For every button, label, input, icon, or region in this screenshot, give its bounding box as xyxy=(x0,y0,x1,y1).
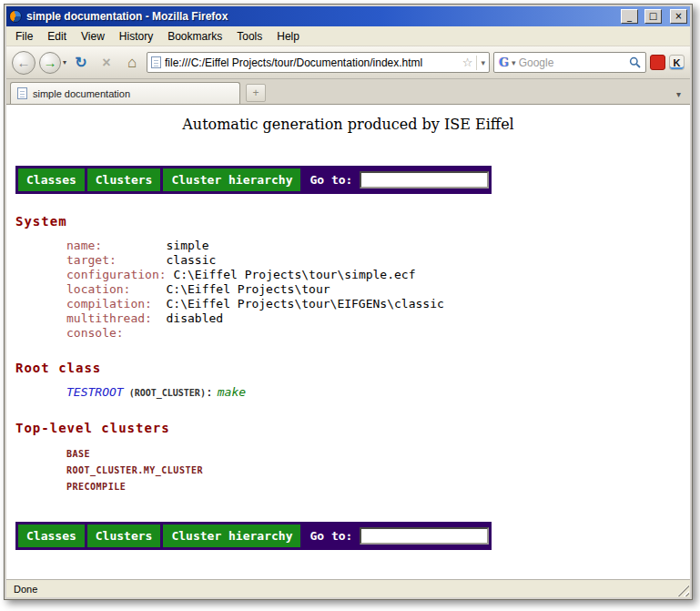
clusters-button-bottom[interactable]: Clusters xyxy=(87,524,161,547)
cluster-item: ROOT_CLUSTER.MY_CLUSTER xyxy=(66,462,690,478)
extension-icon-red[interactable] xyxy=(650,55,665,70)
titlebar[interactable]: simple documentation - Mozilla Firefox _… xyxy=(6,6,690,26)
system-row-value: simple xyxy=(167,239,209,252)
menu-tools[interactable]: Tools xyxy=(229,27,269,46)
firefox-icon xyxy=(9,10,22,23)
clusters-button[interactable]: Clusters xyxy=(87,168,161,191)
root-cluster-link[interactable]: (ROOT_CLUSTER) xyxy=(129,388,206,398)
classes-button-bottom[interactable]: Classes xyxy=(18,524,85,547)
cluster-hierarchy-button-bottom[interactable]: Cluster hierarchy xyxy=(163,524,300,547)
navigation-toolbar: ← → ▾ ↻ × ⌂ ☆ ▾ G ▾ K xyxy=(6,46,690,79)
cluster-link-root-cluster[interactable]: ROOT_CLUSTER.MY_CLUSTER xyxy=(66,465,203,475)
root-separator: : xyxy=(206,385,213,399)
desktop: { "window": { "title": "simple documenta… xyxy=(0,0,700,611)
url-history-dropdown-icon[interactable]: ▾ xyxy=(481,58,485,67)
goto-input[interactable] xyxy=(360,171,489,188)
menu-edit[interactable]: Edit xyxy=(40,27,74,46)
status-text: Done xyxy=(14,584,37,595)
system-heading: System xyxy=(15,214,690,229)
search-engine-dropdown-icon[interactable]: ▾ xyxy=(512,58,516,67)
page-content: Automatic generation produced by ISE Eif… xyxy=(6,105,690,579)
creation-procedure-link[interactable]: make xyxy=(218,385,246,399)
goto-label: Go to: xyxy=(309,173,352,187)
system-row-configuration: configuration:C:\Eiffel Projects\tour\si… xyxy=(66,268,690,282)
tab-bar: simple documentation + ▾ xyxy=(6,79,690,105)
system-row-value: C:\Eiffel Projects\tour\simple.ecf xyxy=(173,268,415,281)
system-row-value: C:\Eiffel Projects\tour\EIFGENs\classic xyxy=(167,297,444,311)
search-box[interactable]: G ▾ xyxy=(493,52,646,73)
system-row-label: multithread: xyxy=(66,311,159,326)
tab-label: simple documentation xyxy=(33,88,130,99)
resize-grip[interactable] xyxy=(677,585,689,596)
page-heading: Automatic generation produced by ISE Eif… xyxy=(6,116,690,133)
menubar: File Edit View History Bookmarks Tools H… xyxy=(6,26,690,46)
clusters-heading: Top-level clusters xyxy=(15,421,690,435)
cluster-hierarchy-button[interactable]: Cluster hierarchy xyxy=(163,168,300,191)
system-row-name: name:simple xyxy=(66,239,690,253)
menu-file[interactable]: File xyxy=(8,27,40,46)
system-row-label: console: xyxy=(66,326,159,341)
stop-button[interactable]: × xyxy=(96,52,117,74)
system-row-target: target:classic xyxy=(66,253,690,268)
menu-bookmarks[interactable]: Bookmarks xyxy=(160,27,229,46)
cluster-item: PRECOMPILE xyxy=(66,478,690,494)
new-tab-button[interactable]: + xyxy=(246,84,266,102)
list-all-tabs-button[interactable]: ▾ xyxy=(671,89,686,99)
google-engine-icon[interactable]: G xyxy=(499,56,509,69)
back-button[interactable]: ← xyxy=(12,51,36,75)
system-row-label: location: xyxy=(66,282,159,297)
search-input[interactable] xyxy=(519,56,626,69)
root-class-line: TESTROOT(ROOT_CLUSTER):make xyxy=(66,385,690,401)
search-icon[interactable] xyxy=(629,56,641,68)
cluster-item: BASE xyxy=(66,445,690,462)
system-row-multithread: multithread:disabled xyxy=(66,311,690,326)
close-button[interactable]: × xyxy=(670,9,687,24)
extension-icon-k[interactable]: K xyxy=(669,55,685,70)
system-row-value: classic xyxy=(167,253,217,267)
bookmark-star-icon[interactable]: ☆ xyxy=(462,56,473,69)
home-button[interactable]: ⌂ xyxy=(121,52,143,74)
system-row-label: name: xyxy=(66,239,159,253)
url-bar[interactable]: ☆ ▾ xyxy=(147,52,490,73)
doc-navbar-bottom: Classes Clusters Cluster hierarchy Go to… xyxy=(15,522,492,550)
goto-input-bottom[interactable] xyxy=(360,527,489,545)
classes-button[interactable]: Classes xyxy=(18,168,85,191)
maximize-button[interactable]: □ xyxy=(644,9,662,24)
system-row-label: target: xyxy=(66,253,159,268)
root-class-heading: Root class xyxy=(15,361,690,375)
refresh-button[interactable]: ↻ xyxy=(70,52,92,74)
system-row-compilation: compilation:C:\Eiffel Projects\tour\EIFG… xyxy=(66,297,690,311)
root-class-link[interactable]: TESTROOT xyxy=(66,385,124,399)
menu-view[interactable]: View xyxy=(74,27,112,46)
urlbar-divider xyxy=(476,56,477,70)
page-favicon xyxy=(151,56,161,68)
url-input[interactable] xyxy=(165,56,459,69)
system-row-label: configuration: xyxy=(66,268,167,282)
minimize-button[interactable]: _ xyxy=(621,9,638,24)
menu-help[interactable]: Help xyxy=(269,27,307,46)
system-row-console: console: xyxy=(66,326,690,341)
tab-page-icon xyxy=(17,87,27,99)
system-row-location: location:C:\Eiffel Projects\tour xyxy=(66,282,690,297)
tab-simple-documentation[interactable]: simple documentation xyxy=(10,82,240,104)
doc-navbar-top: Classes Clusters Cluster hierarchy Go to… xyxy=(15,166,492,194)
cluster-link-base[interactable]: BASE xyxy=(66,449,90,459)
system-row-value: disabled xyxy=(167,311,224,325)
menu-history[interactable]: History xyxy=(112,27,160,46)
system-row-value: C:\Eiffel Projects\tour xyxy=(167,282,330,296)
goto-label-bottom: Go to: xyxy=(309,529,352,543)
forward-history-dropdown-icon[interactable]: ▾ xyxy=(63,58,66,66)
window-title: simple documentation - Mozilla Firefox xyxy=(26,10,614,23)
cluster-link-precompile[interactable]: PRECOMPILE xyxy=(66,482,126,492)
status-bar: Done xyxy=(6,579,690,597)
firefox-window: simple documentation - Mozilla Firefox _… xyxy=(4,4,693,600)
forward-button[interactable]: → xyxy=(39,52,61,74)
system-row-label: compilation: xyxy=(66,297,159,311)
